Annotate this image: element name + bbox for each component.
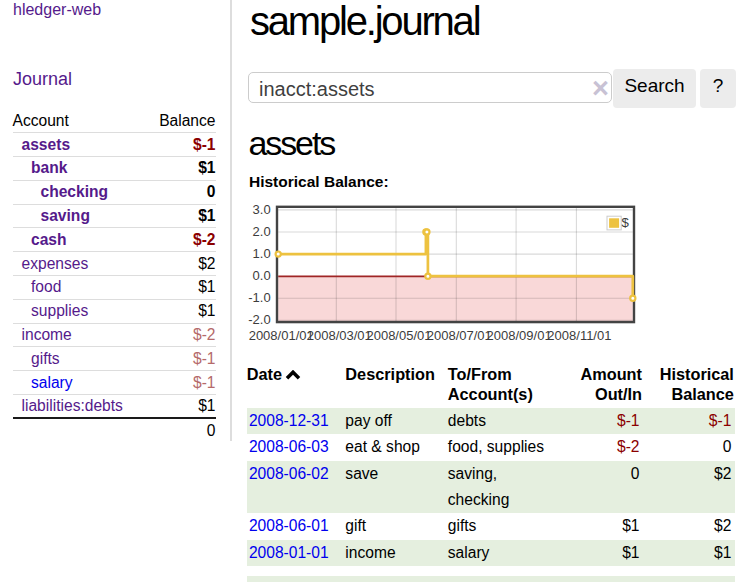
svg-text:2008/11/01: 2008/11/01 <box>547 328 611 343</box>
svg-text:$: $ <box>622 215 630 230</box>
svg-text:0.0: 0.0 <box>253 268 271 283</box>
svg-text:-2.0: -2.0 <box>248 312 270 327</box>
svg-text:2008/05/01: 2008/05/01 <box>366 328 431 343</box>
svg-text:3.0: 3.0 <box>253 202 271 217</box>
svg-text:1.0: 1.0 <box>253 246 271 261</box>
svg-text:2008/03/01: 2008/03/01 <box>307 328 372 343</box>
svg-text:2008/09/01: 2008/09/01 <box>487 328 552 343</box>
svg-text:-1.0: -1.0 <box>248 290 270 305</box>
svg-text:2008/07/01: 2008/07/01 <box>427 328 492 343</box>
svg-text:2.0: 2.0 <box>253 224 271 239</box>
svg-text:2008/01/01: 2008/01/01 <box>249 328 314 343</box>
